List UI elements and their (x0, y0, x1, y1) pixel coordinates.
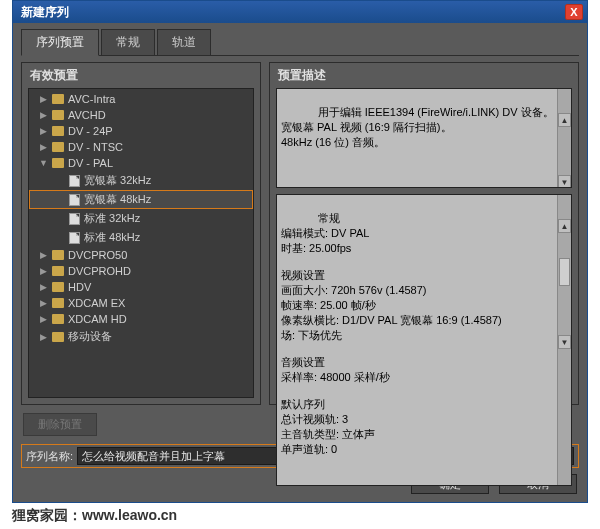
preset-tree: ▶AVC-Intra▶AVCHD▶DV - 24P▶DV - NTSC▼DV -… (28, 88, 254, 398)
folder-label: DV - PAL (68, 157, 113, 169)
chevron-right-icon[interactable]: ▶ (39, 143, 48, 152)
tab-bar: 序列预置 常规 轨道 (21, 29, 579, 56)
preset-icon (69, 213, 80, 225)
new-sequence-dialog: 新建序列 X 序列预置 常规 轨道 有效预置 ▶AVC-Intra▶AVCHD▶… (12, 0, 588, 503)
preset-folder[interactable]: ▶XDCAM EX (29, 295, 253, 311)
preset-item[interactable]: 标准 48kHz (29, 228, 253, 247)
chevron-down-icon[interactable]: ▼ (39, 159, 48, 168)
chevron-right-icon[interactable]: ▶ (39, 111, 48, 120)
description-panel-title: 预置描述 (270, 63, 578, 88)
preset-folder[interactable]: ▶移动设备 (29, 327, 253, 346)
folder-icon (52, 158, 64, 168)
delete-preset-button: 删除预置 (23, 413, 97, 436)
folder-label: DV - NTSC (68, 141, 123, 153)
chevron-right-icon[interactable]: ▶ (39, 315, 48, 324)
description-panel: 预置描述 用于编辑 IEEE1394 (FireWire/i.LINK) DV … (269, 62, 579, 405)
presets-panel: 有效预置 ▶AVC-Intra▶AVCHD▶DV - 24P▶DV - NTSC… (21, 62, 261, 405)
folder-icon (52, 298, 64, 308)
window-title: 新建序列 (21, 4, 69, 21)
folder-icon (52, 142, 64, 152)
preset-details-text: 常规 编辑模式: DV PAL 时基: 25.00fps 视频设置 画面大小: … (281, 212, 502, 455)
chevron-right-icon[interactable]: ▶ (39, 299, 48, 308)
tab-presets[interactable]: 序列预置 (21, 29, 99, 56)
folder-icon (52, 332, 64, 342)
preset-item[interactable]: 宽银幕 32kHz (29, 171, 253, 190)
preset-summary: 用于编辑 IEEE1394 (FireWire/i.LINK) DV 设备。 宽… (276, 88, 572, 188)
chevron-right-icon[interactable]: ▶ (39, 283, 48, 292)
sequence-name-label: 序列名称: (26, 449, 73, 464)
folder-icon (52, 94, 64, 104)
preset-folder[interactable]: ▶DVCPROHD (29, 263, 253, 279)
preset-label: 标准 32kHz (84, 211, 140, 226)
scrollbar-thumb[interactable] (559, 258, 570, 286)
chevron-down-icon[interactable]: ▼ (558, 335, 571, 349)
preset-folder[interactable]: ▶DV - 24P (29, 123, 253, 139)
folder-label: XDCAM EX (68, 297, 125, 309)
preset-summary-text: 用于编辑 IEEE1394 (FireWire/i.LINK) DV 设备。 宽… (281, 106, 554, 148)
preset-folder[interactable]: ▶DV - NTSC (29, 139, 253, 155)
preset-icon (69, 175, 80, 187)
preset-label: 宽银幕 32kHz (84, 173, 151, 188)
folder-label: DVCPROHD (68, 265, 131, 277)
chevron-down-icon[interactable]: ▼ (558, 175, 571, 188)
preset-item[interactable]: 标准 32kHz (29, 209, 253, 228)
preset-folder[interactable]: ▶DVCPRO50 (29, 247, 253, 263)
chevron-right-icon[interactable]: ▶ (39, 251, 48, 260)
chevron-up-icon[interactable]: ▲ (558, 113, 571, 127)
scrollbar[interactable]: ▲ ▼ (557, 195, 571, 485)
preset-label: 标准 48kHz (84, 230, 140, 245)
folder-label: AVC-Intra (68, 93, 115, 105)
folder-label: XDCAM HD (68, 313, 127, 325)
chevron-right-icon[interactable]: ▶ (39, 267, 48, 276)
preset-details: 常规 编辑模式: DV PAL 时基: 25.00fps 视频设置 画面大小: … (276, 194, 572, 486)
preset-icon (69, 194, 80, 206)
chevron-right-icon[interactable]: ▶ (39, 95, 48, 104)
scrollbar[interactable]: ▲ ▼ (557, 89, 571, 187)
folder-icon (52, 314, 64, 324)
titlebar[interactable]: 新建序列 X (13, 1, 587, 23)
folder-icon (52, 282, 64, 292)
folder-icon (52, 126, 64, 136)
folder-label: AVCHD (68, 109, 106, 121)
chevron-right-icon[interactable]: ▶ (39, 332, 48, 341)
preset-folder[interactable]: ▶AVCHD (29, 107, 253, 123)
watermark-text: 狸窝家园：www.leawo.cn (12, 507, 177, 525)
folder-label: DVCPRO50 (68, 249, 127, 261)
folder-label: DV - 24P (68, 125, 113, 137)
tab-tracks[interactable]: 轨道 (157, 29, 211, 55)
chevron-right-icon[interactable]: ▶ (39, 127, 48, 136)
folder-label: HDV (68, 281, 91, 293)
folder-label: 移动设备 (68, 329, 112, 344)
preset-item[interactable]: 宽银幕 48kHz (29, 190, 253, 209)
folder-icon (52, 266, 64, 276)
close-icon[interactable]: X (565, 4, 583, 20)
tab-general[interactable]: 常规 (101, 29, 155, 55)
preset-folder[interactable]: ▶AVC-Intra (29, 91, 253, 107)
folder-icon (52, 110, 64, 120)
chevron-up-icon[interactable]: ▲ (558, 219, 571, 233)
preset-icon (69, 232, 80, 244)
preset-folder[interactable]: ▶XDCAM HD (29, 311, 253, 327)
preset-folder[interactable]: ▶HDV (29, 279, 253, 295)
preset-label: 宽银幕 48kHz (84, 192, 151, 207)
preset-folder[interactable]: ▼DV - PAL (29, 155, 253, 171)
folder-icon (52, 250, 64, 260)
presets-panel-title: 有效预置 (22, 63, 260, 88)
